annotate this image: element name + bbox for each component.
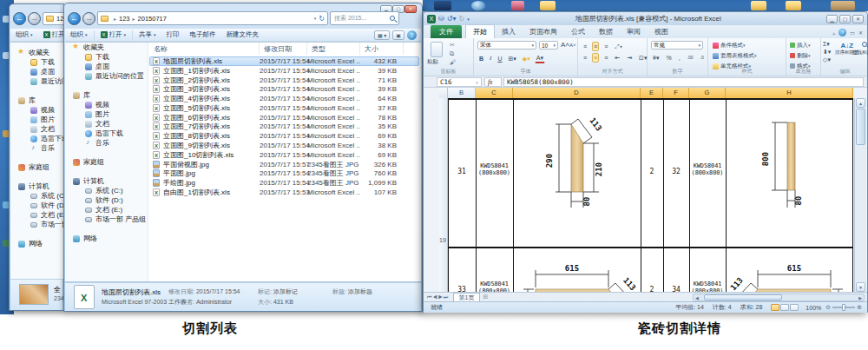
formula-input[interactable]: KWB58058(800x800) xyxy=(503,77,864,87)
tree-item[interactable]: 桌面 xyxy=(10,67,63,76)
file-row[interactable]: 立面图_2切割列表.xls 2015/7/17 15:54 Microsoft … xyxy=(149,76,419,85)
cell-B19[interactable]: 31 xyxy=(448,168,476,175)
percent-icon[interactable]: % xyxy=(664,53,673,63)
insert-cells-button[interactable]: 插入 xyxy=(797,42,808,50)
column-header-D[interactable]: D xyxy=(513,88,641,98)
tree-item[interactable]: 收藏夹 xyxy=(10,48,63,57)
column-header-C[interactable]: C xyxy=(476,88,513,98)
cell-C19[interactable]: KWD58041(800x800) xyxy=(477,162,511,176)
file-row[interactable]: 立面图_8切割列表.xls 2015/7/17 15:54 Microsoft … xyxy=(149,131,419,141)
view-options-button[interactable]: ▦ ▾ xyxy=(374,30,390,40)
number-format-select[interactable]: 常规▾ xyxy=(651,41,703,50)
column-header-F[interactable]: F xyxy=(663,88,689,98)
zoom-in-icon[interactable]: ⊕ xyxy=(857,304,862,311)
cell-F19[interactable]: 32 xyxy=(663,168,689,175)
file-row[interactable]: 平面俯视图.jpg 2015/7/17 15:57 2345看图王 JPG ..… xyxy=(149,160,419,169)
back-button[interactable]: ← xyxy=(13,12,26,25)
breadcrumb-item[interactable]: 20150717 xyxy=(138,15,167,23)
sheet-tab[interactable]: 第1页 xyxy=(453,293,481,301)
cell-C20[interactable]: KWD58041(800x800) xyxy=(477,281,511,292)
details-title-value[interactable]: 添加标题 xyxy=(348,288,372,294)
fill-icon[interactable]: ⬇▾ xyxy=(823,49,831,56)
fx-icon[interactable]: fx xyxy=(484,77,502,87)
cell-E20[interactable]: 2 xyxy=(641,286,663,292)
help-icon[interactable]: ? xyxy=(407,30,417,40)
insert-sheet-icon[interactable]: ⊞ xyxy=(483,294,488,300)
address-bar[interactable]: 123 xyxy=(43,12,64,25)
borders-button[interactable]: ⊞▾ xyxy=(506,54,517,63)
grow-font-icon[interactable]: A˄A˅ xyxy=(561,41,576,49)
undo-icon[interactable]: ↺▾ xyxy=(447,15,457,23)
decrease-indent-icon[interactable]: ⇤ xyxy=(613,53,621,63)
tree-item[interactable]: 文档 xyxy=(65,119,148,129)
breadcrumb-item[interactable]: 123 xyxy=(119,15,130,23)
column-header-B[interactable]: B xyxy=(448,88,476,98)
page-layout-view-button[interactable] xyxy=(780,304,789,311)
file-row[interactable]: 立面图_9切割列表.xls 2015/7/17 15:54 Microsoft … xyxy=(149,141,419,150)
tree-item[interactable]: 市场一部 产品组（专用） xyxy=(65,215,148,224)
open-button[interactable]: 打开 xyxy=(109,30,122,39)
font-name-select[interactable]: 宋体▾ xyxy=(477,41,536,50)
help-icon[interactable]: ? xyxy=(838,29,846,36)
tab-insert[interactable]: 插入 xyxy=(495,25,523,38)
accounting-format-icon[interactable]: ¥▾ xyxy=(651,53,661,63)
column-header-size[interactable]: 大小 xyxy=(360,43,404,55)
column-header-H[interactable]: H xyxy=(726,88,853,98)
desktop-icon[interactable] xyxy=(511,1,524,10)
format-painter-icon[interactable]: 🖌 xyxy=(450,59,456,65)
copy-icon[interactable]: ⧉ xyxy=(450,50,456,57)
find-select-button[interactable]: 查找和选择 xyxy=(852,42,868,56)
tab-page-layout[interactable]: 页面布局 xyxy=(523,25,564,38)
tree-item[interactable]: 计算机 xyxy=(65,176,148,186)
tree-item[interactable]: 计算机 xyxy=(10,182,63,191)
horizontal-scrollbar[interactable]: ◀ ▶ xyxy=(693,294,865,301)
close-button[interactable]: ✕ xyxy=(852,15,864,23)
forward-button[interactable]: → xyxy=(82,12,95,25)
decrease-decimal-icon[interactable]: .0 xyxy=(699,53,706,63)
tree-item[interactable]: 软件 (D:) xyxy=(10,201,63,210)
maximize-button[interactable]: ▢ xyxy=(839,15,851,23)
tree-item[interactable]: 网络 xyxy=(65,234,148,243)
tree-item[interactable]: 下载 xyxy=(10,57,63,67)
tab-review[interactable]: 审阅 xyxy=(620,25,648,38)
tree-item[interactable]: 音乐 xyxy=(65,138,148,148)
preview-pane-button[interactable]: ▣ xyxy=(392,30,404,40)
normal-view-button[interactable] xyxy=(771,304,779,311)
workbook-restore-icon[interactable]: ▭ xyxy=(850,30,855,36)
column-header-date[interactable]: 修改日期 xyxy=(260,43,307,55)
file-row[interactable]: 立面图_4切割列表.xls 2015/7/17 15:54 Microsoft … xyxy=(149,94,419,103)
row-header-19[interactable]: 19 xyxy=(437,237,448,243)
cut-icon[interactable]: ✂ xyxy=(450,42,456,49)
tree-item[interactable]: 图片 xyxy=(10,115,63,124)
folder-icon[interactable] xyxy=(751,1,766,10)
tree-item[interactable]: 库 xyxy=(10,96,63,105)
tab-file[interactable]: 文件 xyxy=(431,25,462,38)
font-color-button[interactable]: A▾ xyxy=(535,53,545,63)
tree-item[interactable]: 文档 (E:) xyxy=(65,205,148,215)
fill-color-button[interactable]: ◆▾ xyxy=(521,54,532,63)
tree-item[interactable]: 音乐 xyxy=(10,143,63,153)
tree-item[interactable]: 下载 xyxy=(65,52,148,62)
increase-decimal-icon[interactable]: .00 xyxy=(686,53,695,63)
conditional-formatting-button[interactable]: 条件格式 xyxy=(720,42,743,50)
cell-B20[interactable]: 33 xyxy=(448,286,476,292)
file-row[interactable]: 平面图.jpg 2015/7/17 15:54 2345看图王 JPG ... … xyxy=(149,169,419,179)
name-box[interactable]: C16▾ xyxy=(437,77,482,87)
clear-icon[interactable]: ◇▾ xyxy=(823,56,831,63)
scrollbar-thumb[interactable] xyxy=(856,109,865,145)
scroll-down-icon[interactable]: ▼ xyxy=(856,282,865,292)
tab-home[interactable]: 开始 xyxy=(465,24,495,38)
tree-item[interactable]: 网络 xyxy=(10,239,63,248)
cell-E19[interactable]: 2 xyxy=(641,168,663,175)
orientation-icon[interactable]: ⤢▾ xyxy=(613,42,624,51)
tree-item[interactable]: 视频 xyxy=(10,105,63,115)
sheet-nav-icons[interactable]: ⏮◀▶⏭ xyxy=(427,294,450,300)
delete-cells-button[interactable]: 删除 xyxy=(797,52,808,60)
open-button[interactable]: 打开 xyxy=(52,30,64,39)
file-row[interactable]: 立面图_7切割列表.xls 2015/7/17 15:54 Microsoft … xyxy=(149,122,419,132)
tree-item[interactable]: 系统 (C:) xyxy=(65,186,148,195)
align-bottom-icon[interactable]: ≡ xyxy=(602,42,609,51)
address-dropdown-icon[interactable]: ▾ xyxy=(314,16,317,21)
align-left-icon[interactable]: ≡ xyxy=(582,53,589,63)
tab-formulas[interactable]: 公式 xyxy=(564,25,592,38)
